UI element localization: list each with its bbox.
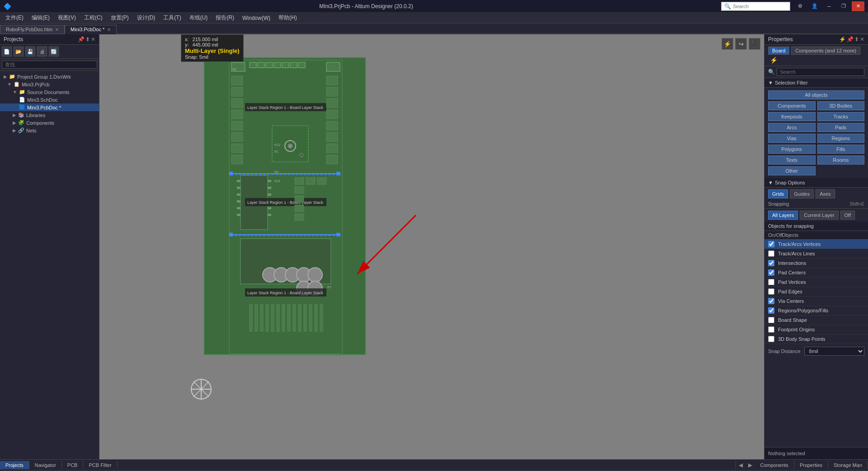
menu-tools[interactable]: 工具(T): [160, 13, 184, 23]
tab-navigator[interactable]: Navigator: [29, 461, 62, 469]
filter-polygons[interactable]: Polygons: [768, 145, 816, 154]
snap-row-pad-edges[interactable]: Pad Edges: [764, 287, 868, 297]
tree-libraries[interactable]: ▶ 📚 Libraries: [0, 111, 99, 119]
filter-btn[interactable]: ⚡: [770, 57, 778, 64]
snap-row-footprint-origins[interactable]: Footprint Origins: [764, 325, 868, 334]
tab-components-right[interactable]: Components: [755, 461, 794, 469]
properties-search-input[interactable]: [777, 68, 864, 76]
route-tool-btn[interactable]: ↪: [735, 38, 747, 50]
panel-pin-icon[interactable]: 📌: [78, 36, 85, 42]
snap-row-intersections[interactable]: Intersections: [764, 259, 868, 268]
snap-check-pad-vertices[interactable]: [768, 279, 774, 285]
snap-row-pad-vertices[interactable]: Pad Vertices: [764, 278, 868, 287]
filter-regions[interactable]: Regions: [817, 134, 865, 143]
filter-tool-btn[interactable]: ⚡: [722, 38, 733, 50]
snap-grids-btn[interactable]: Grids: [768, 189, 788, 198]
print-btn[interactable]: 🖨: [37, 47, 47, 57]
filter-components[interactable]: Components: [768, 101, 816, 110]
menu-route[interactable]: 布线(U): [186, 13, 212, 23]
panel-float-icon[interactable]: ⬆: [854, 36, 859, 42]
tab-board[interactable]: Board: [768, 47, 789, 55]
filter-texts[interactable]: Texts: [768, 155, 816, 165]
tree-mini3-prjpcb[interactable]: ▼ 📋 Mini3.PrjPcb: [0, 80, 99, 88]
new-btn[interactable]: 📄: [2, 47, 12, 57]
snap-row-track-arc-vertices[interactable]: Track/Arcs Vertices: [764, 240, 868, 249]
tab-mini3[interactable]: Mini3.PcbDoc * ✕: [65, 25, 117, 34]
snap-check-pad-centers[interactable]: [768, 269, 774, 276]
pcb-canvas[interactable]: x: 215.000 mil y: 445.000 mil Multi-Laye…: [99, 34, 764, 459]
snap-check-pad-edges[interactable]: [768, 288, 774, 295]
nav-right-btn[interactable]: ▶: [745, 462, 755, 468]
panel-close-icon[interactable]: ✕: [91, 36, 95, 42]
selection-filter-header[interactable]: ▼ Selection Filter: [764, 78, 868, 88]
tab-close-robofly[interactable]: ✕: [55, 27, 59, 32]
snap-check-regions-polygons[interactable]: [768, 307, 774, 314]
minimize-button[interactable]: ─: [823, 1, 835, 11]
snap-check-intersections[interactable]: [768, 260, 774, 266]
snap-check-3d-snap-points[interactable]: [768, 336, 774, 342]
snap-row-track-arc-lines[interactable]: Track/Arcs Lines: [764, 249, 868, 259]
filter-all-objects[interactable]: All objects: [768, 90, 864, 99]
menu-place[interactable]: 放置(P): [107, 13, 132, 23]
tab-robofly[interactable]: RoboFly.PcbDoc.htm ✕: [0, 25, 65, 33]
snap-guides-btn[interactable]: Guides: [790, 189, 814, 198]
settings-icon[interactable]: ⚙: [794, 1, 807, 11]
menu-file[interactable]: 文件(E): [2, 13, 27, 23]
filter-vias[interactable]: Vias: [768, 134, 816, 143]
all-layers-btn[interactable]: All Layers: [768, 211, 798, 220]
tab-pcb[interactable]: PCB: [62, 461, 84, 469]
menu-reports[interactable]: 报告(R): [212, 13, 238, 23]
snap-axes-btn[interactable]: Axes: [816, 189, 835, 198]
panel-close-icon[interactable]: ✕: [860, 36, 864, 42]
open-btn[interactable]: 📂: [14, 47, 24, 57]
tab-close-mini3[interactable]: ✕: [107, 27, 111, 32]
menu-design[interactable]: 设计(D): [133, 13, 159, 23]
refresh-btn[interactable]: 🔄: [49, 47, 59, 57]
close-button[interactable]: ✕: [852, 1, 864, 11]
tab-storage-man[interactable]: Storage Man: [828, 461, 868, 469]
menu-edit[interactable]: 编辑(E): [28, 13, 53, 23]
snap-distance-select[interactable]: 8mil: [804, 347, 864, 356]
tab-projects[interactable]: Projects: [0, 461, 29, 469]
snap-check-via-centers[interactable]: [768, 298, 774, 304]
tree-project-group[interactable]: ▶ 📁 Project Group 1.DsnWrk: [0, 73, 99, 80]
snap-row-via-centers[interactable]: Via Centers: [764, 297, 868, 306]
snap-check-board-shape[interactable]: [768, 317, 774, 323]
titlebar-search[interactable]: 🔍: [721, 2, 790, 11]
stop-tool-btn[interactable]: ⬛: [749, 38, 760, 50]
restore-button[interactable]: ❐: [837, 1, 850, 11]
snap-row-regions-polygons[interactable]: Regions/Polygons/Fills: [764, 306, 868, 316]
snap-check-track-arc-vertices[interactable]: [768, 241, 774, 247]
filter-pads[interactable]: Pads: [817, 123, 865, 132]
tab-components[interactable]: Components (and 12 more): [791, 47, 860, 55]
filter-keepouts[interactable]: Keepouts: [768, 112, 816, 121]
tree-nets[interactable]: ▶ 🔗 Nets: [0, 127, 99, 134]
panel-float-icon[interactable]: ⬆: [85, 36, 90, 42]
pcb-board-view[interactable]: Layer Stack Region 1 - Board Layer Stack: [203, 57, 366, 355]
panel-pin-icon[interactable]: 📌: [847, 36, 854, 42]
snap-row-board-shape[interactable]: Board Shape: [764, 316, 868, 325]
filter-icon[interactable]: ⚡: [839, 36, 846, 42]
tree-source-docs[interactable]: ▼ 📁 Source Documents: [0, 88, 99, 96]
save-btn[interactable]: 💾: [25, 47, 35, 57]
current-layer-btn[interactable]: Current Layer: [800, 211, 838, 220]
tree-components[interactable]: ▶ 🧩 Components: [0, 119, 99, 127]
filter-fills[interactable]: Fills: [817, 145, 865, 154]
tree-mini3-schdoc[interactable]: 📄 Mini3.SchDoc: [0, 96, 99, 104]
snap-check-footprint-origins[interactable]: [768, 326, 774, 333]
menu-view[interactable]: 视图(V): [54, 13, 80, 23]
filter-tracks[interactable]: Tracks: [817, 112, 865, 121]
snap-row-3d-snap-points[interactable]: 3D Body Snap Points: [764, 334, 868, 344]
filter-other[interactable]: Other: [768, 166, 816, 175]
nav-left-btn[interactable]: ◀: [736, 462, 745, 468]
tree-mini3-pcbdoc[interactable]: 🟦 Mini3.PcbDoc *: [0, 104, 99, 111]
user-icon[interactable]: 👤: [808, 1, 821, 11]
tab-pcb-filter[interactable]: PCB Filter: [83, 461, 117, 469]
snap-check-track-arc-lines[interactable]: [768, 250, 774, 257]
menu-window[interactable]: Window(W): [239, 14, 274, 22]
projects-search-input[interactable]: [2, 61, 97, 69]
tab-properties-right[interactable]: Properties: [794, 461, 828, 469]
snap-options-header[interactable]: ▼ Snap Options: [764, 178, 868, 188]
menu-project[interactable]: 工程(C): [80, 13, 106, 23]
snap-row-pad-centers[interactable]: Pad Centers: [764, 268, 868, 278]
